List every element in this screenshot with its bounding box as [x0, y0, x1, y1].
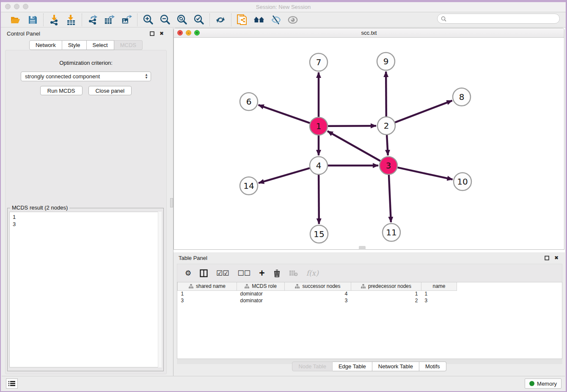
- tab-network[interactable]: Network: [29, 40, 62, 50]
- edge-4-15[interactable]: [319, 175, 319, 224]
- table-cell[interactable]: 3: [285, 297, 351, 304]
- splitter-grip[interactable]: [170, 198, 173, 207]
- zoom-selected-icon[interactable]: [193, 14, 204, 25]
- column-header-MCDS-role[interactable]: MCDS role: [237, 282, 285, 290]
- table-cell[interactable]: 4: [285, 290, 351, 297]
- network-canvas[interactable]: 7968124314101511: [174, 38, 564, 249]
- graph-node-9[interactable]: 9: [377, 52, 395, 70]
- node-label: 6: [246, 97, 252, 107]
- float-panel-icon[interactable]: [149, 30, 155, 37]
- control-panel-title: Control Panel: [7, 30, 40, 37]
- task-list-icon: [8, 381, 15, 386]
- zoom-out-icon[interactable]: [160, 14, 171, 25]
- tab-edge-table[interactable]: Edge Table: [333, 362, 372, 371]
- edge-3-11[interactable]: [389, 175, 391, 222]
- graph-node-1[interactable]: 1: [310, 117, 328, 135]
- table-cell[interactable]: dominator: [237, 297, 285, 304]
- graph-node-4[interactable]: 4: [310, 157, 328, 174]
- search-field[interactable]: [437, 14, 560, 24]
- save-session-icon[interactable]: [27, 14, 38, 25]
- tab-style[interactable]: Style: [62, 40, 87, 50]
- main-toolbar: [1, 12, 566, 28]
- import-network-icon[interactable]: [49, 14, 60, 25]
- table-row[interactable]: 1dominator411: [178, 290, 457, 297]
- graph-node-3[interactable]: 3: [380, 157, 397, 174]
- result-scrollbar[interactable]: [158, 212, 162, 367]
- export-table-icon[interactable]: [104, 14, 115, 25]
- graph-node-7[interactable]: 7: [310, 53, 328, 71]
- graph-node-8[interactable]: 8: [453, 88, 471, 106]
- run-mcds-button[interactable]: Run MCDS: [40, 86, 83, 95]
- edge-4-14[interactable]: [259, 168, 310, 183]
- tab-mcds[interactable]: MCDS: [114, 40, 143, 50]
- column-header-name[interactable]: name: [421, 282, 457, 290]
- close-panel-button[interactable]: Close panel: [88, 86, 132, 95]
- graph-node-14[interactable]: 14: [240, 177, 258, 195]
- apply-layout-icon[interactable]: [215, 14, 226, 25]
- import-table-icon[interactable]: [66, 14, 77, 25]
- select-all-columns-icon[interactable]: ☑☑: [216, 269, 229, 278]
- float-table-panel-icon[interactable]: [543, 254, 550, 261]
- mcds-result-text[interactable]: 1 3: [9, 212, 162, 367]
- edge-3-1[interactable]: [328, 131, 380, 161]
- table-cell[interactable]: 1: [351, 290, 421, 297]
- column-header-predecessor-nodes[interactable]: predecessor nodes: [351, 282, 421, 290]
- edge-1-2[interactable]: [328, 126, 376, 126]
- column-settings-icon[interactable]: ⚙: [185, 269, 191, 278]
- tab-node-table[interactable]: Node Table: [292, 362, 333, 371]
- horizontal-splitter-grip[interactable]: [359, 246, 366, 250]
- column-header-shared-name[interactable]: shared name: [178, 282, 237, 290]
- edge-2-8[interactable]: [395, 101, 452, 123]
- home-view-icon[interactable]: [253, 14, 264, 25]
- edge-2-3[interactable]: [387, 135, 388, 155]
- edge-2-9[interactable]: [386, 72, 386, 116]
- optimization-criterion-select[interactable]: strongly connected component ▲▼: [21, 72, 151, 81]
- delete-column-icon[interactable]: [273, 269, 281, 277]
- clone-network-icon[interactable]: [237, 14, 248, 25]
- zoom-in-icon[interactable]: [143, 14, 154, 25]
- node-label: 4: [316, 160, 322, 171]
- memory-button[interactable]: Memory: [525, 378, 561, 389]
- table-cell[interactable]: dominator: [237, 290, 285, 297]
- table-row[interactable]: 3dominator323: [178, 297, 457, 304]
- search-input[interactable]: [449, 16, 559, 22]
- graph-node-6[interactable]: 6: [240, 93, 258, 110]
- column-header-successor-nodes[interactable]: successor nodes: [285, 282, 351, 290]
- show-all-icon[interactable]: [287, 14, 298, 25]
- mcds-result-group: MCDS result (2 nodes) 1 3: [7, 208, 164, 371]
- tab-network-table[interactable]: Network Table: [372, 362, 419, 371]
- open-session-icon[interactable]: [10, 14, 21, 25]
- vertical-splitter[interactable]: [170, 28, 173, 376]
- table-cell[interactable]: 3: [421, 297, 457, 304]
- hierarchy-icon: [295, 284, 300, 289]
- table-cell[interactable]: 2: [351, 297, 421, 304]
- close-table-panel-icon[interactable]: ✖: [553, 254, 560, 261]
- hide-selected-icon[interactable]: [270, 14, 281, 25]
- graph-node-2[interactable]: 2: [377, 117, 395, 135]
- split-view-icon[interactable]: [200, 269, 208, 277]
- delete-table-icon: [289, 270, 298, 276]
- edge-1-6[interactable]: [259, 105, 310, 123]
- mcds-result-title: MCDS result (2 nodes): [10, 204, 69, 211]
- graph-node-15[interactable]: 15: [310, 225, 328, 243]
- table-cell[interactable]: 3: [178, 297, 237, 304]
- network-window-titlebar[interactable]: ✕ − + scc.txt: [174, 28, 564, 38]
- table-cell[interactable]: 1: [178, 290, 237, 297]
- edge-3-10[interactable]: [397, 168, 452, 179]
- deselect-all-columns-icon[interactable]: ☐☐: [238, 269, 250, 278]
- table-toolbar: ⚙ ☑☑ ☐☐ + f(x): [177, 264, 562, 282]
- add-column-icon[interactable]: +: [259, 268, 264, 279]
- tab-select[interactable]: Select: [87, 40, 114, 50]
- control-panel: Control Panel ✖ NetworkStyleSelectMCDS O…: [2, 28, 170, 376]
- zoom-fit-icon[interactable]: [176, 14, 187, 25]
- graph-node-11[interactable]: 11: [383, 224, 400, 241]
- memory-status-icon: [529, 381, 534, 386]
- task-history-button[interactable]: [6, 378, 18, 389]
- export-network-icon[interactable]: [87, 14, 98, 25]
- graph-node-10[interactable]: 10: [454, 173, 471, 190]
- node-label: 15: [314, 229, 324, 239]
- table-cell[interactable]: 1: [421, 290, 457, 297]
- tab-motifs[interactable]: Motifs: [419, 362, 446, 371]
- close-panel-icon[interactable]: ✖: [158, 30, 165, 37]
- export-image-icon[interactable]: [121, 14, 132, 25]
